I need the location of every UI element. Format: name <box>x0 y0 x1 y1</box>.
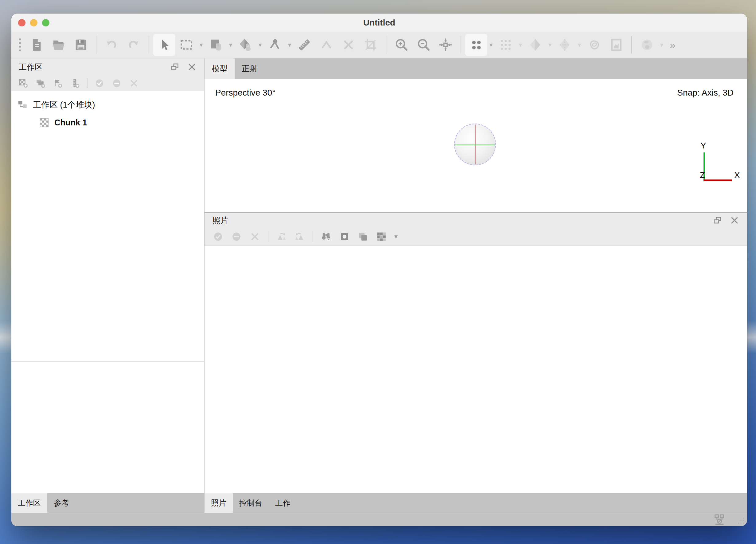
toolbar-overflow-button[interactable] <box>670 39 676 51</box>
chevron-down-icon[interactable] <box>256 41 264 49</box>
model-viewport[interactable]: Perspective 30° Snap: Axis, 3D Y Z X <box>205 79 747 212</box>
preview-photo-button[interactable] <box>339 231 350 242</box>
workspace-toolbar <box>11 76 204 91</box>
tab-ortho[interactable]: 正射 <box>235 58 265 79</box>
open-project-button[interactable] <box>48 34 70 56</box>
rectangle-selection-icon <box>179 38 193 52</box>
remove-photo-button[interactable] <box>249 231 260 242</box>
toolbar-separator <box>631 36 632 53</box>
chunk-node[interactable]: Chunk 1 <box>11 114 204 131</box>
close-panel-icon[interactable] <box>730 216 739 225</box>
show-model-wireframe-button[interactable] <box>554 34 576 56</box>
reset-view-icon <box>438 38 453 52</box>
zoom-in-icon <box>394 38 408 52</box>
chevron-down-icon[interactable] <box>517 41 524 49</box>
draw-polyline-button[interactable] <box>315 34 337 56</box>
chunk-node-icon <box>39 117 49 128</box>
toolbar-separator <box>96 36 96 53</box>
tab-photos[interactable]: 照片 <box>205 493 233 513</box>
tiled-model-icon <box>587 38 601 52</box>
chevron-down-icon[interactable] <box>487 41 495 49</box>
add-chunk-button[interactable] <box>18 78 29 88</box>
tab-reference[interactable]: 参考 <box>47 493 76 513</box>
show-orthomosaic-button[interactable] <box>605 34 627 56</box>
chevron-down-icon[interactable] <box>286 41 293 49</box>
disable-photo-button[interactable] <box>231 231 242 242</box>
toolbar-separator <box>268 231 268 242</box>
chevron-down-icon[interactable] <box>658 41 665 49</box>
workspace-root-node[interactable]: 工作区 (1个堆块) <box>11 96 204 114</box>
new-project-button[interactable] <box>25 34 48 56</box>
zoom-out-button[interactable] <box>412 34 435 56</box>
chevron-down-icon[interactable] <box>227 41 234 49</box>
select-tool-button[interactable] <box>153 34 175 56</box>
left-dock-tabbar: 工作区 参考 <box>11 493 204 513</box>
zoom-in-button[interactable] <box>390 34 412 56</box>
model-shaded-icon <box>528 38 542 52</box>
toolbar-handle-icon[interactable] <box>14 34 25 56</box>
main-area: 工作区 <box>11 58 747 513</box>
ruler-tool-button[interactable] <box>293 34 315 56</box>
disable-icon <box>231 231 242 242</box>
show-model-shaded-button[interactable] <box>524 34 546 56</box>
open-folder-icon <box>52 38 66 52</box>
show-point-cloud-button[interactable] <box>465 34 487 56</box>
add-scalebar-button[interactable] <box>70 78 80 88</box>
rotate-left-icon <box>276 231 287 242</box>
add-photos-button[interactable] <box>35 78 46 88</box>
chevron-down-icon[interactable] <box>197 41 205 49</box>
save-project-button[interactable] <box>70 34 92 56</box>
view-tabbar: 模型 正射 <box>205 58 747 79</box>
add-marker-button[interactable] <box>53 78 63 88</box>
enable-icon <box>94 78 105 88</box>
tab-jobs[interactable]: 工作 <box>269 493 297 513</box>
chevron-down-icon[interactable] <box>576 41 583 49</box>
rectangle-selection-button[interactable] <box>175 34 197 56</box>
delete-selection-button[interactable] <box>337 34 360 56</box>
rotate-object-tool-button[interactable] <box>234 34 256 56</box>
trackball-sphere[interactable] <box>454 123 496 165</box>
enable-photo-button[interactable] <box>212 231 224 242</box>
show-tiled-model-button[interactable] <box>583 34 605 56</box>
photos-panel-title: 照片 <box>212 215 713 226</box>
redo-button[interactable] <box>123 34 145 56</box>
find-matches-icon <box>321 231 332 242</box>
undo-button[interactable] <box>100 34 123 56</box>
rotate-left-button[interactable] <box>276 231 287 242</box>
disable-item-button[interactable] <box>111 78 122 88</box>
rotate-right-button[interactable] <box>294 231 305 242</box>
float-panel-icon[interactable] <box>713 216 722 225</box>
navigation-tool-button[interactable] <box>205 34 227 56</box>
find-matches-button[interactable] <box>321 231 332 242</box>
chevron-down-icon[interactable] <box>394 233 398 241</box>
tab-workspace[interactable]: 工作区 <box>11 493 47 513</box>
show-basemap-button[interactable] <box>636 34 658 56</box>
add-marker-tool-button[interactable] <box>264 34 286 56</box>
reset-view-button[interactable] <box>435 34 457 56</box>
thumbnails-icon <box>357 231 368 242</box>
resize-grip-icon[interactable] <box>737 516 745 524</box>
zoom-out-icon <box>416 38 431 52</box>
float-panel-icon[interactable] <box>170 62 179 72</box>
grid-view-button[interactable] <box>376 231 387 242</box>
point-cloud-icon <box>469 38 483 52</box>
disable-icon <box>111 78 122 88</box>
chevron-down-icon[interactable] <box>546 41 554 49</box>
enable-item-button[interactable] <box>94 78 105 88</box>
toolbar-separator <box>386 36 386 53</box>
show-dense-cloud-button[interactable] <box>495 34 517 56</box>
tab-model[interactable]: 模型 <box>205 58 235 79</box>
workspace-panel-header: 工作区 <box>11 58 204 76</box>
crop-selection-button[interactable] <box>360 34 382 56</box>
close-panel-icon[interactable] <box>187 62 197 72</box>
workspace-panel: 工作区 <box>11 58 204 513</box>
workspace-node-icon <box>18 100 28 110</box>
photos-toolbar <box>205 228 747 245</box>
title-bar[interactable]: Untitled <box>11 14 747 32</box>
remove-item-button[interactable] <box>129 78 139 88</box>
thumbnails-button[interactable] <box>357 231 368 242</box>
tab-console[interactable]: 控制台 <box>233 493 269 513</box>
snap-status: Snap: Axis, 3D <box>677 88 734 98</box>
photos-content-area[interactable] <box>205 245 747 493</box>
dense-cloud-icon <box>499 38 513 52</box>
